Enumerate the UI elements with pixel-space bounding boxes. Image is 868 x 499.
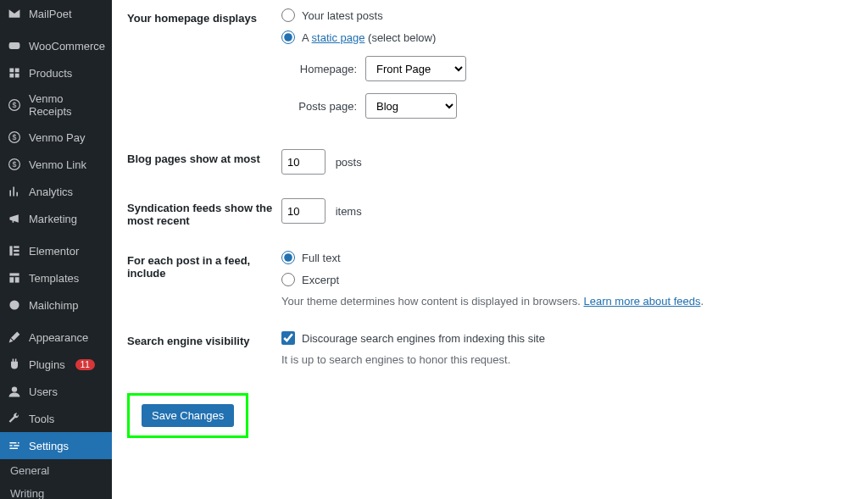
sidebar-item-label: Venmo Receipts (29, 92, 105, 118)
radio-full-text-label: Full text (302, 252, 341, 264)
sidebar-item-woocommerce[interactable]: WooCommerce (0, 32, 112, 59)
homepage-select-label: Homepage: (293, 63, 357, 75)
radio-excerpt-label: Excerpt (302, 274, 339, 286)
search-visibility-checkbox-label: Discourage search engines from indexing … (302, 332, 545, 345)
sidebar-item-label: Settings (29, 440, 69, 452)
woo-icon (7, 38, 22, 53)
save-highlight-box: Save Changes (127, 393, 248, 438)
sidebar-item-label: Products (29, 67, 72, 80)
learn-more-feeds-link[interactable]: Learn more about feeds (583, 295, 700, 308)
search-visibility-label: Search engine visibility (127, 331, 281, 347)
plug-icon (7, 357, 22, 372)
sidebar-item-label: Venmo Pay (29, 131, 86, 144)
radio-static-page-label: A static page (select below) (302, 31, 436, 44)
search-visibility-checkbox[interactable] (281, 331, 295, 345)
templates-icon (7, 270, 22, 286)
sidebar-item-mailchimp[interactable]: Mailchimp (0, 291, 112, 319)
radio-full-text[interactable] (281, 251, 295, 264)
products-icon (7, 65, 22, 80)
svg-point-15 (12, 386, 17, 391)
sidebar-item-plugins[interactable]: Plugins11 (0, 351, 112, 378)
admin-sidebar: MailPoet WooCommerce Products $Venmo Rec… (0, 0, 112, 499)
svg-point-14 (9, 300, 19, 309)
dollar-icon: $ (7, 157, 22, 172)
radio-static-page[interactable] (281, 30, 295, 44)
svg-text:$: $ (13, 160, 17, 169)
blogpages-input[interactable] (281, 149, 326, 175)
sliders-icon (7, 438, 22, 453)
svg-text:$: $ (13, 101, 17, 109)
svg-rect-10 (14, 253, 19, 255)
syndication-label: Syndication feeds show the most recent (127, 198, 281, 227)
submenu-item-general[interactable]: General (0, 459, 112, 482)
blogpages-unit: posts (336, 156, 362, 169)
svg-text:$: $ (13, 133, 17, 141)
sidebar-item-appearance[interactable]: Appearance (0, 324, 112, 351)
sidebar-item-analytics[interactable]: Analytics (0, 178, 112, 205)
svg-rect-9 (14, 250, 19, 252)
static-page-link[interactable]: static page (312, 31, 365, 44)
sidebar-item-label: Venmo Link (29, 158, 86, 171)
feed-description: Your theme determines how content is dis… (281, 295, 853, 308)
submenu-item-writing[interactable]: Writing (0, 482, 112, 499)
sidebar-item-label: Appearance (29, 331, 88, 344)
search-visibility-description: It is up to search engines to honor this… (281, 353, 853, 366)
svg-rect-8 (14, 246, 19, 247)
svg-rect-12 (9, 277, 14, 282)
settings-submenu: General Writing Reading Discussion Media (0, 459, 112, 499)
sidebar-item-templates[interactable]: Templates (0, 264, 112, 291)
brush-icon (7, 330, 22, 345)
sidebar-item-elementor[interactable]: Elementor (0, 237, 112, 264)
radio-excerpt[interactable] (281, 273, 295, 286)
svg-rect-11 (9, 273, 19, 275)
sidebar-item-users[interactable]: Users (0, 378, 112, 405)
sidebar-item-label: WooCommerce (29, 40, 105, 53)
sidebar-item-mailpoet[interactable]: MailPoet (0, 0, 112, 27)
sidebar-item-label: Mailchimp (29, 299, 79, 312)
sidebar-item-label: Elementor (29, 245, 79, 258)
homepage-select[interactable]: Front Page (365, 56, 466, 81)
homepage-displays-label: Your homepage displays (127, 8, 281, 25)
blogpages-label: Blog pages show at most (127, 149, 281, 165)
syndication-input[interactable] (281, 198, 326, 224)
sidebar-item-venmo-receipts[interactable]: $Venmo Receipts (0, 86, 112, 124)
dollar-icon: $ (7, 97, 22, 113)
radio-latest-posts-label: Your latest posts (302, 9, 383, 22)
radio-latest-posts[interactable] (281, 8, 295, 22)
sidebar-item-label: MailPoet (29, 8, 72, 20)
dollar-icon: $ (7, 130, 22, 145)
sidebar-item-label: Analytics (29, 186, 73, 198)
sidebar-item-venmo-link[interactable]: $Venmo Link (0, 151, 112, 178)
chart-icon (7, 184, 22, 199)
sidebar-item-label: Tools (29, 413, 54, 425)
sidebar-item-label: Plugins (29, 358, 65, 371)
settings-reading-panel: Your homepage displays Your latest posts… (112, 0, 868, 499)
elementor-icon (7, 243, 22, 258)
mailpoet-icon (7, 6, 22, 21)
svg-rect-7 (9, 246, 12, 255)
sidebar-item-label: Users (29, 385, 58, 398)
sidebar-item-label: Marketing (29, 213, 77, 225)
sidebar-item-venmo-pay[interactable]: $Venmo Pay (0, 124, 112, 151)
mailchimp-icon (7, 297, 22, 313)
postspage-select[interactable]: Blog (365, 93, 457, 119)
wrench-icon (7, 411, 22, 426)
postspage-select-label: Posts page: (293, 100, 357, 113)
plugins-update-badge: 11 (75, 359, 95, 370)
save-changes-button[interactable]: Save Changes (142, 404, 234, 427)
megaphone-icon (7, 211, 22, 226)
feed-include-label: For each post in a feed, include (127, 251, 281, 280)
user-icon (7, 384, 22, 399)
sidebar-item-marketing[interactable]: Marketing (0, 205, 112, 232)
sidebar-item-settings[interactable]: Settings (0, 432, 112, 459)
sidebar-item-tools[interactable]: Tools (0, 405, 112, 432)
sidebar-item-products[interactable]: Products (0, 59, 112, 86)
svg-rect-13 (15, 277, 19, 282)
syndication-unit: items (336, 205, 362, 218)
svg-rect-0 (9, 42, 20, 49)
sidebar-item-label: Templates (29, 272, 79, 285)
